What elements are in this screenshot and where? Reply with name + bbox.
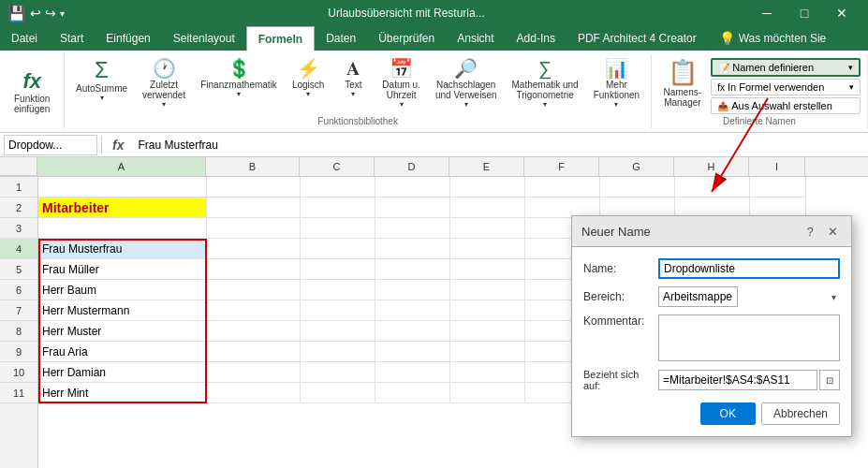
col-header-f[interactable]: F — [524, 157, 599, 176]
save-icon[interactable]: 💾 — [7, 5, 26, 22]
col-header-c[interactable]: C — [300, 157, 375, 176]
tab-ansicht[interactable]: Ansicht — [446, 26, 505, 51]
cell-e1[interactable] — [450, 177, 525, 197]
cell-h1[interactable] — [675, 177, 750, 197]
close-button[interactable]: ✕ — [823, 0, 861, 26]
formula-input[interactable] — [134, 139, 864, 152]
dialog-ok-button[interactable]: OK — [700, 402, 756, 425]
cell-a10[interactable]: Herr Damian — [38, 362, 207, 383]
autosumme-button[interactable]: Σ AutoSumme ▾ — [69, 56, 134, 105]
cell-i1[interactable] — [750, 177, 806, 197]
cell-d9[interactable] — [375, 342, 450, 362]
cell-b1[interactable] — [207, 177, 301, 197]
cell-e7[interactable] — [450, 300, 525, 321]
cell-e8[interactable] — [450, 321, 525, 342]
row-header-5[interactable]: 5 — [0, 259, 37, 280]
tab-help[interactable]: 💡 Was möchten Sie — [708, 26, 838, 51]
namens-manager-button[interactable]: 📋 Namens-Manager — [658, 56, 708, 110]
cell-c9[interactable] — [301, 342, 375, 362]
cell-b4[interactable] — [207, 239, 301, 259]
cell-c11[interactable] — [301, 383, 375, 403]
row-header-3[interactable]: 3 — [0, 218, 37, 239]
name-box[interactable] — [4, 135, 97, 155]
cell-g1[interactable] — [600, 177, 675, 197]
cell-e4[interactable] — [450, 239, 525, 259]
cell-e5[interactable] — [450, 259, 525, 280]
row-header-10[interactable]: 10 — [0, 362, 37, 383]
cell-d3[interactable] — [375, 218, 450, 239]
cell-b7[interactable] — [207, 300, 301, 321]
cell-c3[interactable] — [301, 218, 375, 239]
dialog-ref-input[interactable] — [658, 370, 817, 390]
cell-d1[interactable] — [375, 177, 450, 197]
redo-icon[interactable]: ↪ — [45, 6, 56, 21]
cell-d4[interactable] — [375, 239, 450, 259]
row-header-4[interactable]: 4 — [0, 239, 37, 259]
cell-d8[interactable] — [375, 321, 450, 342]
cell-a2[interactable]: Mitarbeiter — [38, 197, 207, 218]
tab-seitenlayout[interactable]: Seitenlayout — [162, 26, 246, 51]
cell-b6[interactable] — [207, 280, 301, 300]
tab-formeln[interactable]: Formeln — [246, 26, 315, 51]
dialog-help-button[interactable]: ? — [801, 222, 819, 241]
tab-addins[interactable]: Add-Ins — [506, 26, 566, 51]
col-header-i[interactable]: I — [749, 157, 805, 176]
dialog-name-input[interactable] — [658, 258, 840, 279]
cell-c6[interactable] — [301, 280, 375, 300]
cell-a7[interactable]: Herr Mustermann — [38, 300, 207, 321]
cell-c8[interactable] — [301, 321, 375, 342]
dialog-close-button[interactable]: ✕ — [823, 222, 842, 241]
row-header-8[interactable]: 8 — [0, 321, 37, 342]
cell-c10[interactable] — [301, 362, 375, 383]
dialog-kommentar-textarea[interactable] — [658, 314, 840, 361]
col-header-e[interactable]: E — [449, 157, 524, 176]
cell-b8[interactable] — [207, 321, 301, 342]
tab-daten[interactable]: Daten — [315, 26, 367, 51]
text-button[interactable]: 𝐀 Text ▾ — [332, 56, 374, 101]
cell-a9[interactable]: Frau Aria — [38, 342, 207, 362]
tab-ueberprufen[interactable]: Überprüfen — [367, 26, 446, 51]
cell-c2[interactable] — [301, 197, 375, 218]
tab-pdf[interactable]: PDF Architect 4 Creator — [566, 26, 708, 51]
dialog-bereich-select[interactable]: Arbeitsmappe — [658, 286, 738, 307]
mehr-funktionen-button[interactable]: 📊 MehrFunktionen ▾ — [587, 56, 646, 111]
cell-b3[interactable] — [207, 218, 301, 239]
row-header-6[interactable]: 6 — [0, 280, 37, 300]
cell-f1[interactable] — [525, 177, 600, 197]
cell-d7[interactable] — [375, 300, 450, 321]
dialog-cancel-button[interactable]: Abbrechen — [761, 402, 840, 425]
finanzmathematik-button[interactable]: 💲 Finanzmathematik ▾ — [194, 56, 284, 101]
cell-a6[interactable]: Herr Baum — [38, 280, 207, 300]
datum-uhrzeit-button[interactable]: 📅 Datum u.Uhrzeit ▾ — [375, 56, 427, 111]
cell-a3[interactable] — [38, 218, 207, 239]
cell-a5[interactable]: Frau Müller — [38, 259, 207, 280]
col-header-b[interactable]: B — [206, 157, 300, 176]
logisch-button[interactable]: ⚡ Logisch ▾ — [286, 56, 331, 101]
cell-d10[interactable] — [375, 362, 450, 383]
maximize-button[interactable]: □ — [786, 0, 823, 26]
col-header-a[interactable]: A — [37, 157, 206, 176]
cell-d5[interactable] — [375, 259, 450, 280]
minimize-button[interactable]: ─ — [748, 0, 786, 26]
row-header-9[interactable]: 9 — [0, 342, 37, 362]
cell-a4[interactable]: Frau Musterfrau — [38, 239, 207, 259]
row-header-11[interactable]: 11 — [0, 383, 37, 403]
tab-start[interactable]: Start — [49, 26, 95, 51]
cell-b10[interactable] — [207, 362, 301, 383]
nachschlagen-button[interactable]: 🔎 Nachschlagenund Verweisen ▾ — [429, 56, 504, 111]
cell-d6[interactable] — [375, 280, 450, 300]
cell-b5[interactable] — [207, 259, 301, 280]
col-header-d[interactable]: D — [375, 157, 449, 176]
fx-icon[interactable]: fx — [110, 137, 126, 154]
cell-e2[interactable] — [450, 197, 525, 218]
cell-a11[interactable]: Herr Mint — [38, 383, 207, 403]
tab-datei[interactable]: Datei — [0, 26, 49, 51]
row-header-2[interactable]: 2 — [0, 197, 37, 218]
in-formel-verwenden-button[interactable]: fx In Formel verwenden ▾ — [711, 79, 861, 95]
cell-d2[interactable] — [375, 197, 450, 218]
cell-b11[interactable] — [207, 383, 301, 403]
cell-d11[interactable] — [375, 383, 450, 403]
aus-auswahl-erstellen-button[interactable]: 📤 Aus Auswahl erstellen — [711, 97, 861, 114]
cell-e6[interactable] — [450, 280, 525, 300]
col-header-h[interactable]: H — [674, 157, 749, 176]
